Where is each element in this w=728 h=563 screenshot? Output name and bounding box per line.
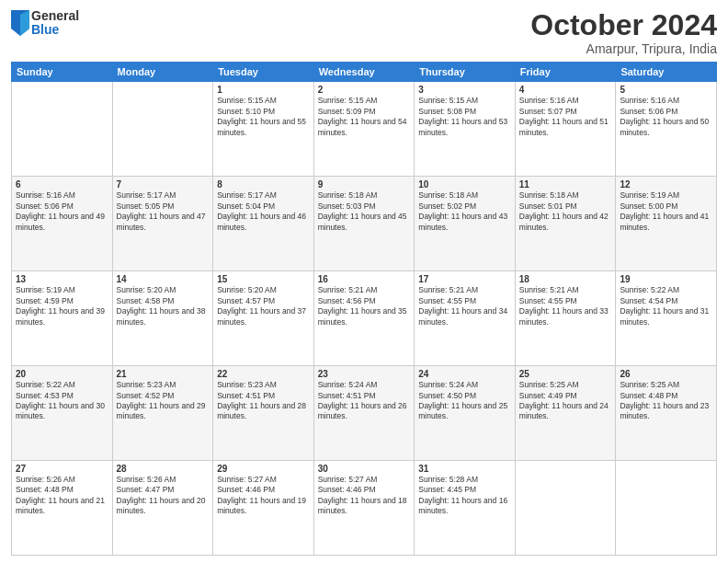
day-number: 3: [418, 85, 511, 95]
day-number: 14: [117, 274, 210, 284]
table-cell: 18Sunrise: 5:21 AM Sunset: 4:55 PM Dayli…: [515, 271, 616, 366]
day-info: Sunrise: 5:17 AM Sunset: 5:04 PM Dayligh…: [217, 190, 310, 233]
day-info: Sunrise: 5:15 AM Sunset: 5:08 PM Dayligh…: [418, 96, 511, 138]
table-cell: 7Sunrise: 5:17 AM Sunset: 5:05 PM Daylig…: [112, 177, 213, 271]
day-number: 13: [16, 274, 108, 284]
day-info: Sunrise: 5:28 AM Sunset: 4:45 PM Dayligh…: [418, 475, 511, 517]
day-info: Sunrise: 5:27 AM Sunset: 4:46 PM Dayligh…: [217, 475, 310, 517]
day-info: Sunrise: 5:21 AM Sunset: 4:55 PM Dayligh…: [519, 285, 612, 327]
title-block: October 2024 Amarpur, Tripura, India: [530, 9, 717, 56]
day-number: 15: [217, 274, 310, 284]
table-cell: 12Sunrise: 5:19 AM Sunset: 5:00 PM Dayli…: [616, 177, 717, 271]
col-friday: Friday: [515, 63, 616, 82]
day-number: 28: [117, 464, 210, 474]
table-cell: 31Sunrise: 5:28 AM Sunset: 4:45 PM Dayli…: [415, 461, 516, 556]
table-cell: 28Sunrise: 5:26 AM Sunset: 4:47 PM Dayli…: [112, 461, 213, 556]
table-cell: 11Sunrise: 5:18 AM Sunset: 5:01 PM Dayli…: [515, 177, 616, 271]
day-number: 24: [418, 369, 511, 379]
day-number: 27: [16, 464, 108, 474]
day-info: Sunrise: 5:24 AM Sunset: 4:51 PM Dayligh…: [318, 380, 411, 422]
day-number: 9: [318, 179, 411, 190]
day-number: 6: [16, 179, 108, 190]
table-cell: [515, 461, 616, 556]
day-info: Sunrise: 5:16 AM Sunset: 5:07 PM Dayligh…: [519, 96, 612, 138]
col-sunday: Sunday: [12, 63, 113, 82]
logo: General Blue: [11, 9, 79, 38]
day-info: Sunrise: 5:18 AM Sunset: 5:01 PM Dayligh…: [519, 190, 612, 233]
day-number: 16: [318, 274, 411, 284]
day-number: 23: [318, 369, 411, 379]
logo-icon: [11, 10, 29, 36]
table-cell: 14Sunrise: 5:20 AM Sunset: 4:58 PM Dayli…: [112, 271, 213, 366]
day-info: Sunrise: 5:22 AM Sunset: 4:54 PM Dayligh…: [620, 285, 712, 327]
table-cell: 30Sunrise: 5:27 AM Sunset: 4:46 PM Dayli…: [313, 461, 415, 556]
day-number: 5: [620, 85, 712, 95]
col-monday: Monday: [112, 63, 213, 82]
day-number: 21: [117, 369, 210, 379]
col-wednesday: Wednesday: [313, 63, 415, 82]
day-number: 19: [620, 274, 712, 284]
day-info: Sunrise: 5:25 AM Sunset: 4:48 PM Dayligh…: [620, 380, 712, 422]
table-cell: 4Sunrise: 5:16 AM Sunset: 5:07 PM Daylig…: [515, 82, 616, 177]
day-number: 30: [318, 464, 411, 474]
table-cell: 17Sunrise: 5:21 AM Sunset: 4:55 PM Dayli…: [415, 271, 516, 366]
table-cell: 13Sunrise: 5:19 AM Sunset: 4:59 PM Dayli…: [12, 271, 113, 366]
logo-general: General: [31, 9, 79, 23]
table-cell: 22Sunrise: 5:23 AM Sunset: 4:51 PM Dayli…: [213, 366, 314, 461]
day-number: 1: [217, 85, 310, 95]
day-number: 12: [620, 179, 712, 190]
day-info: Sunrise: 5:27 AM Sunset: 4:46 PM Dayligh…: [318, 475, 411, 517]
day-info: Sunrise: 5:22 AM Sunset: 4:53 PM Dayligh…: [16, 380, 108, 422]
day-info: Sunrise: 5:19 AM Sunset: 5:00 PM Dayligh…: [620, 190, 712, 233]
table-cell: 5Sunrise: 5:16 AM Sunset: 5:06 PM Daylig…: [616, 82, 717, 177]
logo-blue: Blue: [31, 23, 79, 37]
day-number: 20: [16, 369, 108, 379]
table-cell: 29Sunrise: 5:27 AM Sunset: 4:46 PM Dayli…: [213, 461, 314, 556]
table-cell: 9Sunrise: 5:18 AM Sunset: 5:03 PM Daylig…: [313, 177, 415, 271]
day-info: Sunrise: 5:26 AM Sunset: 4:48 PM Dayligh…: [16, 475, 108, 517]
day-number: 26: [620, 369, 712, 379]
table-cell: [12, 82, 113, 177]
table-cell: 25Sunrise: 5:25 AM Sunset: 4:49 PM Dayli…: [515, 366, 616, 461]
table-cell: 2Sunrise: 5:15 AM Sunset: 5:09 PM Daylig…: [313, 82, 415, 177]
day-number: 29: [217, 464, 310, 474]
day-info: Sunrise: 5:17 AM Sunset: 5:05 PM Dayligh…: [117, 190, 210, 233]
day-info: Sunrise: 5:20 AM Sunset: 4:58 PM Dayligh…: [117, 285, 210, 327]
table-cell: [616, 461, 717, 556]
day-info: Sunrise: 5:16 AM Sunset: 5:06 PM Dayligh…: [620, 96, 712, 138]
table-cell: 20Sunrise: 5:22 AM Sunset: 4:53 PM Dayli…: [12, 366, 113, 461]
table-cell: 19Sunrise: 5:22 AM Sunset: 4:54 PM Dayli…: [616, 271, 717, 366]
table-cell: 24Sunrise: 5:24 AM Sunset: 4:50 PM Dayli…: [415, 366, 516, 461]
day-info: Sunrise: 5:18 AM Sunset: 5:03 PM Dayligh…: [318, 190, 411, 233]
table-cell: 1Sunrise: 5:15 AM Sunset: 5:10 PM Daylig…: [213, 82, 314, 177]
page: General Blue October 2024 Amarpur, Tripu…: [0, 0, 728, 563]
day-info: Sunrise: 5:23 AM Sunset: 4:52 PM Dayligh…: [117, 380, 210, 422]
day-info: Sunrise: 5:16 AM Sunset: 5:06 PM Dayligh…: [16, 190, 108, 233]
day-number: 8: [217, 179, 310, 190]
table-cell: 16Sunrise: 5:21 AM Sunset: 4:56 PM Dayli…: [313, 271, 415, 366]
table-cell: 23Sunrise: 5:24 AM Sunset: 4:51 PM Dayli…: [313, 366, 415, 461]
logo-text: General Blue: [31, 9, 79, 38]
month-title: October 2024: [530, 9, 717, 41]
day-number: 17: [418, 274, 511, 284]
day-info: Sunrise: 5:15 AM Sunset: 5:09 PM Dayligh…: [318, 96, 411, 138]
day-info: Sunrise: 5:18 AM Sunset: 5:02 PM Dayligh…: [418, 190, 511, 233]
day-number: 31: [418, 464, 511, 474]
table-cell: 26Sunrise: 5:25 AM Sunset: 4:48 PM Dayli…: [616, 366, 717, 461]
day-number: 25: [519, 369, 612, 379]
day-info: Sunrise: 5:24 AM Sunset: 4:50 PM Dayligh…: [418, 380, 511, 422]
table-cell: 3Sunrise: 5:15 AM Sunset: 5:08 PM Daylig…: [415, 82, 516, 177]
col-saturday: Saturday: [616, 63, 717, 82]
table-cell: 8Sunrise: 5:17 AM Sunset: 5:04 PM Daylig…: [213, 177, 314, 271]
table-cell: [112, 82, 213, 177]
table-cell: 21Sunrise: 5:23 AM Sunset: 4:52 PM Dayli…: [112, 366, 213, 461]
day-number: 7: [117, 179, 210, 190]
table-cell: 6Sunrise: 5:16 AM Sunset: 5:06 PM Daylig…: [12, 177, 113, 271]
col-tuesday: Tuesday: [213, 63, 314, 82]
header-row: Sunday Monday Tuesday Wednesday Thursday…: [12, 63, 717, 82]
location: Amarpur, Tripura, India: [530, 41, 717, 56]
day-number: 2: [318, 85, 411, 95]
day-info: Sunrise: 5:23 AM Sunset: 4:51 PM Dayligh…: [217, 380, 310, 422]
day-info: Sunrise: 5:21 AM Sunset: 4:55 PM Dayligh…: [418, 285, 511, 327]
table-cell: 10Sunrise: 5:18 AM Sunset: 5:02 PM Dayli…: [415, 177, 516, 271]
